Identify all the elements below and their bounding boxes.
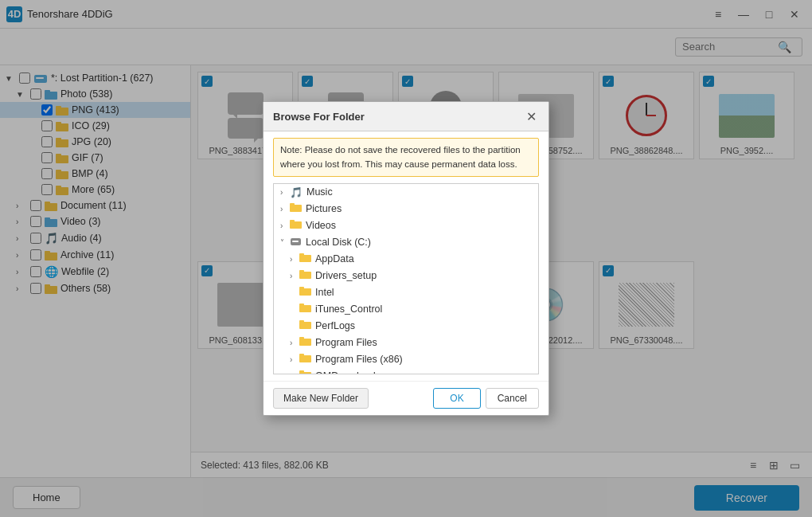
svg-rect-42 — [299, 339, 311, 346]
svg-rect-43 — [299, 337, 304, 339]
folder-icon — [290, 203, 302, 215]
tree-label: PerfLogs — [315, 320, 355, 331]
tree-arrow: › — [290, 355, 299, 364]
tree-arrow: › — [290, 372, 299, 374]
tree-label: Music — [306, 186, 333, 198]
tree-item-pictures[interactable]: › Pictures — [274, 201, 538, 217]
dialog-close-button[interactable]: ✕ — [523, 108, 539, 124]
tree-label: AppData — [315, 253, 354, 264]
folder-icon — [299, 253, 311, 265]
dialog-overlay: Browse For Folder ✕ Note: Please do not … — [0, 0, 812, 517]
svg-rect-28 — [290, 221, 302, 229]
svg-rect-45 — [299, 354, 304, 356]
svg-rect-44 — [299, 355, 311, 362]
tree-label: Program Files (x86) — [315, 354, 403, 365]
folder-icon — [290, 220, 302, 232]
tree-label: Program Files — [315, 337, 377, 348]
tree-label: iTunes_Control — [315, 304, 382, 315]
svg-rect-38 — [299, 305, 311, 312]
folder-icon — [299, 270, 311, 282]
tree-item-qmdownload[interactable]: › QMDownload — [274, 368, 538, 374]
tree-arrow: › — [280, 188, 290, 197]
svg-rect-31 — [292, 241, 299, 242]
folder-icon — [299, 337, 311, 349]
tree-item-appdata[interactable]: › AppData — [274, 251, 538, 268]
dialog-footer: Make New Folder OK Cancel — [264, 381, 548, 415]
svg-rect-33 — [299, 253, 304, 256]
folder-icon — [299, 354, 311, 366]
tree-label: Videos — [306, 220, 336, 231]
folder-tree[interactable]: › 🎵 Music › Pictures › — [273, 183, 539, 374]
make-new-folder-button[interactable]: Make New Folder — [273, 388, 369, 409]
svg-rect-26 — [290, 205, 302, 212]
svg-rect-32 — [299, 255, 311, 262]
tree-item-local-disk[interactable]: ˅ Local Disk (C:) — [274, 234, 538, 251]
tree-item-intel[interactable]: Intel — [274, 284, 538, 301]
dialog-titlebar: Browse For Folder ✕ — [264, 102, 548, 131]
tree-arrow: › — [290, 272, 299, 280]
svg-rect-41 — [299, 320, 304, 323]
ok-button[interactable]: OK — [433, 388, 480, 409]
tree-item-program-files[interactable]: › Program Files — [274, 335, 538, 351]
tree-label: QMDownload — [315, 370, 376, 374]
svg-rect-39 — [299, 304, 304, 306]
tree-item-perflogs[interactable]: PerfLogs — [274, 318, 538, 335]
tree-item-program-files-x86[interactable]: › Program Files (x86) — [274, 351, 538, 368]
svg-rect-27 — [290, 203, 295, 206]
tree-label: Local Disk (C:) — [306, 237, 371, 248]
svg-rect-29 — [290, 220, 295, 222]
folder-icon — [299, 370, 311, 374]
folder-icon — [299, 304, 311, 315]
svg-rect-47 — [299, 370, 304, 373]
browse-folder-dialog: Browse For Folder ✕ Note: Please do not … — [263, 101, 549, 416]
tree-arrow: › — [280, 221, 290, 230]
disk-icon — [290, 237, 302, 249]
svg-rect-36 — [299, 288, 311, 296]
svg-rect-40 — [299, 322, 311, 329]
folder-icon — [299, 320, 311, 332]
tree-label: Intel — [315, 287, 334, 298]
folder-icon — [299, 287, 311, 299]
tree-item-videos[interactable]: › Videos — [274, 217, 538, 234]
svg-rect-37 — [299, 287, 304, 289]
cancel-button[interactable]: Cancel — [486, 388, 539, 409]
dialog-body: Note: Please do not save the recovered f… — [264, 131, 548, 381]
tree-label: Drivers_setup — [315, 270, 377, 281]
dialog-note: Note: Please do not save the recovered f… — [273, 138, 539, 177]
svg-rect-34 — [299, 272, 311, 279]
dialog-title: Browse For Folder — [273, 111, 365, 123]
tree-item-itunes[interactable]: iTunes_Control — [274, 301, 538, 318]
music-icon: 🎵 — [290, 186, 303, 198]
tree-label: Pictures — [306, 203, 342, 214]
tree-item-music[interactable]: › 🎵 Music — [274, 184, 538, 201]
svg-rect-35 — [299, 270, 304, 272]
tree-arrow: › — [280, 205, 290, 213]
tree-arrow: ˅ — [280, 238, 290, 247]
tree-arrow: › — [290, 255, 299, 264]
tree-arrow: › — [290, 339, 299, 347]
dialog-footer-right: OK Cancel — [433, 388, 539, 409]
tree-item-drivers-setup[interactable]: › Drivers_setup — [274, 268, 538, 284]
